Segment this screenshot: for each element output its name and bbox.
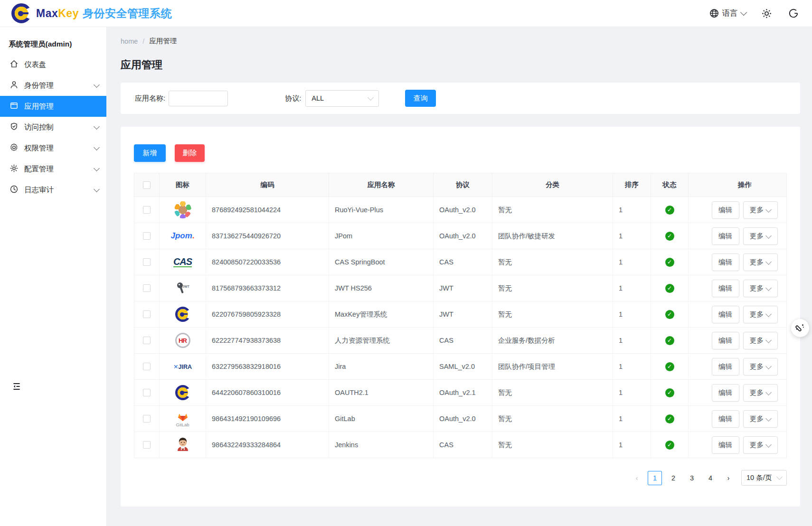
select-all-checkbox[interactable] [143, 181, 151, 189]
current-user: 系统管理员(admin) [0, 27, 106, 54]
protocol-select[interactable]: ALL [305, 90, 379, 107]
chevron-down-icon [765, 441, 772, 448]
status-enabled-icon: ✓ [665, 284, 674, 293]
globe-icon [709, 8, 719, 19]
page-button-3[interactable]: 3 [685, 471, 699, 485]
app-name-input[interactable] [169, 91, 228, 106]
edit-button[interactable]: 编辑 [712, 254, 739, 271]
edit-button[interactable]: 编辑 [712, 280, 739, 297]
app-category: 暂无 [492, 249, 613, 275]
edit-button[interactable]: 编辑 [712, 306, 739, 323]
row-checkbox[interactable] [143, 310, 151, 318]
edit-button[interactable]: 编辑 [712, 201, 739, 219]
jpom-app-icon: Jpom. [172, 225, 193, 246]
app-sort: 1 [613, 301, 651, 327]
more-button[interactable]: 更多 [743, 384, 778, 402]
edit-button[interactable]: 编辑 [712, 227, 739, 245]
clock-icon [9, 185, 19, 196]
app-protocol: JWT [434, 275, 492, 301]
col-status: 状态 [651, 173, 689, 197]
row-checkbox[interactable] [143, 232, 151, 240]
app-name: MaxKey管理系统 [329, 301, 434, 327]
main-content: home / 应用管理 应用管理 应用名称: 协议: ALL 查询 新增 删除 [107, 27, 812, 526]
brand-key: Key [58, 7, 79, 19]
page-button-4[interactable]: 4 [703, 471, 718, 485]
more-button[interactable]: 更多 [743, 254, 778, 271]
collapse-sidebar-icon [11, 381, 22, 392]
collapse-sidebar-button[interactable] [11, 381, 22, 393]
edit-button[interactable]: 编辑 [712, 332, 739, 349]
app-code: 986432249333284864 [206, 432, 329, 458]
logout-button[interactable] [788, 8, 799, 19]
col-code: 编码 [206, 173, 329, 197]
search-button[interactable]: 查询 [405, 90, 436, 107]
language-switcher[interactable]: 语言 [709, 8, 745, 19]
settings-button[interactable] [761, 8, 772, 19]
more-button[interactable]: 更多 [743, 201, 778, 219]
shield-icon [9, 122, 19, 133]
row-checkbox[interactable] [143, 258, 151, 266]
app-protocol: OAuth_v2.0 [434, 406, 492, 432]
more-button[interactable]: 更多 [743, 227, 778, 245]
magic-wand-fab[interactable] [791, 319, 809, 337]
sidebar-item-6[interactable]: 日志审计 [0, 179, 106, 200]
app-category: 团队协作/敏捷研发 [492, 223, 613, 249]
row-checkbox[interactable] [143, 415, 151, 423]
breadcrumb-home-link[interactable]: home [121, 38, 138, 45]
add-button[interactable]: 新增 [134, 144, 166, 162]
page-button-2[interactable]: 2 [666, 471, 680, 485]
edit-button[interactable]: 编辑 [712, 436, 739, 454]
more-button[interactable]: 更多 [743, 280, 778, 297]
sidebar-item-0[interactable]: 仪表盘 [0, 54, 106, 75]
row-checkbox[interactable] [143, 441, 151, 449]
gitlab-app-icon: GitLab [172, 408, 193, 429]
page-button-1[interactable]: 1 [648, 471, 662, 485]
sidebar-item-3[interactable]: 访问控制 [0, 117, 106, 138]
sidebar-item-2[interactable]: 应用管理 [0, 96, 106, 117]
app-category: 暂无 [492, 432, 613, 458]
page-size-select[interactable]: 10 条/页 [741, 470, 787, 486]
gear-icon [761, 8, 772, 19]
more-button[interactable]: 更多 [743, 410, 778, 428]
app-code: 824008507220033536 [206, 249, 329, 275]
edit-button[interactable]: 编辑 [712, 410, 739, 428]
delete-button[interactable]: 删除 [175, 144, 205, 162]
app-sort: 1 [613, 328, 651, 353]
more-button[interactable]: 更多 [743, 358, 778, 376]
app-protocol: OAuth_v2.1 [434, 380, 492, 405]
row-checkbox[interactable] [143, 284, 151, 292]
app-code: 622227747938373638 [206, 328, 329, 353]
edit-button[interactable]: 编辑 [712, 358, 739, 376]
more-button[interactable]: 更多 [743, 306, 778, 323]
col-sort: 排序 [613, 173, 651, 197]
edit-button[interactable]: 编辑 [712, 384, 739, 402]
row-checkbox[interactable] [143, 337, 151, 344]
chevron-down-icon [765, 389, 772, 395]
row-checkbox[interactable] [143, 389, 151, 396]
chevron-down-icon [94, 165, 100, 171]
cas-app-icon: CAS [172, 252, 193, 272]
prev-page-button[interactable]: ‹ [630, 474, 643, 482]
sidebar-item-4[interactable]: 权限管理 [0, 138, 106, 159]
sidebar-item-1[interactable]: 身份管理 [0, 75, 106, 96]
app-name: 人力资源管理系统 [329, 328, 434, 353]
table-row: 876892492581044224 RuoYi-Vue-Plus OAuth_… [134, 197, 786, 223]
app-category: 暂无 [492, 406, 613, 432]
magic-wand-icon [795, 323, 805, 333]
table-row: Jpom. 837136275440926720 JPom OAuth_v2.0… [134, 223, 786, 249]
status-enabled-icon: ✓ [665, 362, 674, 371]
more-button[interactable]: 更多 [743, 436, 778, 454]
app-sort: 1 [613, 223, 651, 249]
pagination: ‹ 1234 › 10 条/页 [134, 470, 787, 486]
row-checkbox[interactable] [143, 363, 151, 370]
breadcrumb-separator: / [142, 38, 144, 45]
protocol-label: 协议: [285, 94, 301, 103]
sidebar-item-5[interactable]: 配置管理 [0, 159, 106, 179]
more-button[interactable]: 更多 [743, 332, 778, 349]
status-enabled-icon: ✓ [665, 414, 674, 423]
chevron-down-icon [765, 311, 772, 317]
row-checkbox[interactable] [143, 206, 151, 214]
next-page-button[interactable]: › [722, 474, 735, 482]
maxkey-app-icon [172, 304, 193, 325]
table-row: GitLab 986431492190109696 GitLab OAuth_v… [134, 406, 786, 432]
